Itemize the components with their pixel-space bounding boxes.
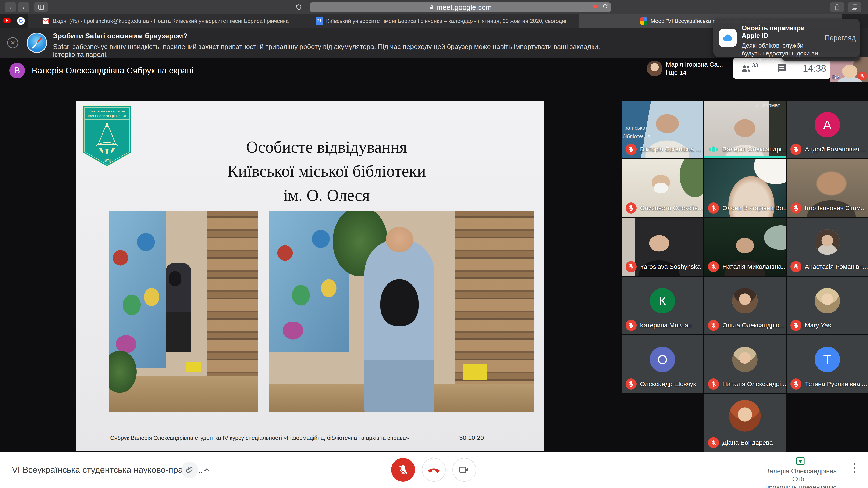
participant-tile[interactable]: Ольга Олександрів... <box>704 276 785 334</box>
photo-avatar <box>729 400 761 432</box>
meeting-name[interactable]: VI Всеукраїнська студентська науково-пра… <box>12 452 203 488</box>
participant-tile[interactable]: Єлизавета Олексіїв... <box>622 159 703 217</box>
participant-name: Yaroslava Soshynska <box>640 263 701 270</box>
video-overlay-text: раїнська <box>624 125 645 131</box>
slide-title: Особисте відвідування Київської міської … <box>76 135 544 207</box>
participant-tile[interactable]: Наталія Миколаївна... <box>704 218 785 275</box>
notification-title: Оновіть параметри Apple ID <box>742 24 820 40</box>
attachment-icon[interactable] <box>181 461 198 478</box>
icloud-icon <box>719 29 737 47</box>
gmail-icon <box>42 17 50 25</box>
more-options-icon[interactable] <box>854 463 856 475</box>
slide-photo-library-wide <box>109 211 258 412</box>
mic-muted-icon <box>790 144 802 155</box>
sidebar-icon[interactable] <box>34 2 48 12</box>
participant-tile[interactable]: Mary Yas <box>786 276 868 334</box>
letter-avatar: К <box>650 288 675 314</box>
participant-name: Діана Бондарева <box>722 439 773 446</box>
participant-name: Катерина Мовчан <box>640 322 692 329</box>
youtube-icon <box>3 16 11 26</box>
mic-muted-icon <box>626 144 637 155</box>
chevron-up-icon[interactable] <box>202 465 212 475</box>
participant-name: Олександр Шевчук <box>640 381 696 388</box>
participant-tile[interactable]: ТТетяна Русланівна ... <box>786 335 868 393</box>
participant-name: Тетяна Русланівна ... <box>805 381 867 388</box>
meet-bottom-bar: VI Всеукраїнська студентська науково-пра… <box>0 452 868 488</box>
participant-tile[interactable]: Анастасія Романівн... <box>786 218 868 275</box>
tab-calendar[interactable]: 31 Київський університет імені Бориса Гр… <box>303 14 579 28</box>
mic-muted-icon <box>790 320 802 331</box>
letter-avatar: А <box>815 112 840 137</box>
participant-tile[interactable]: ООлександр Шевчук <box>622 335 703 393</box>
mic-muted-icon <box>626 261 637 272</box>
participant-tile[interactable]: ККатерина Мовчан <box>622 276 703 334</box>
mic-muted-icon <box>626 320 637 331</box>
back-button[interactable]: ‹ <box>5 2 16 12</box>
participant-tile[interactable]: ААндрій Романович ... <box>786 101 868 158</box>
participant-pill[interactable]: Марія Ігорівна Са... і ще 14 <box>666 60 723 77</box>
participant-name: Андрій Романович ... <box>805 146 866 153</box>
tab-label: Вхідні (45) - t.polishchuk@kubg.edu.ua -… <box>53 18 289 24</box>
participant-name: Наталія Олександрі... <box>722 381 785 388</box>
photo-avatar <box>815 229 840 255</box>
participant-tile[interactable]: Yaroslava Soshynska <box>622 218 703 275</box>
tab-overview-icon[interactable] <box>848 2 861 12</box>
mic-muted-icon <box>708 320 719 331</box>
reload-icon[interactable] <box>602 3 609 11</box>
participant-name: Наталія Миколаївна... <box>722 263 785 270</box>
forward-button[interactable]: › <box>18 2 29 12</box>
meet-page: B Валерія Олександрівна Сябрук на екрані… <box>0 58 868 452</box>
photo-avatar <box>732 288 757 314</box>
share-icon[interactable] <box>830 2 844 12</box>
mic-muted-icon <box>708 437 719 448</box>
photo-avatar <box>815 288 840 314</box>
presented-slide: Київський університет імені Бориса Грінч… <box>76 101 544 451</box>
speaking-indicator-icon <box>708 144 719 155</box>
close-icon[interactable]: ✕ <box>7 37 18 48</box>
presenting-status: Валерія Олександрівна Сяб... проводить п… <box>755 467 846 488</box>
safari-toolbar: ‹ › meet.google.com <box>0 0 868 14</box>
participant-name: Вікторія Євгенівна ... <box>640 146 701 153</box>
mic-muted-icon <box>708 261 719 272</box>
lock-icon <box>429 3 434 11</box>
mic-muted-icon <box>626 379 637 390</box>
mic-muted-icon <box>790 379 802 390</box>
mic-muted-icon <box>790 261 802 272</box>
participant-name: Єлизавета Олексіїв... <box>640 204 703 212</box>
end-call-button[interactable] <box>422 458 446 482</box>
camera-button[interactable] <box>453 458 476 482</box>
selfview-label: Ви <box>832 74 839 80</box>
svg-text:Київський університет: Київський університет <box>89 109 125 113</box>
safari-icon <box>27 33 47 53</box>
pinned-tab-google[interactable]: G <box>14 14 28 28</box>
participant-tile[interactable]: раїнськабібліотечнаВікторія Євгенівна ..… <box>622 101 703 158</box>
pinned-tab-youtube[interactable] <box>0 14 14 28</box>
participant-name: Ольга Олександрів... <box>722 322 784 329</box>
letter-avatar: Т <box>815 347 840 372</box>
calendar-icon: 31 <box>315 17 323 25</box>
tab-gmail[interactable]: Вхідні (45) - t.polishchuk@kubg.edu.ua -… <box>28 14 303 28</box>
participant-tile[interactable]: Діана Бондарева <box>704 394 785 452</box>
apple-id-notification[interactable]: Оновіть параметри Apple ID Деякі обліков… <box>713 19 860 57</box>
mic-muted-icon <box>858 72 867 80</box>
participant-name: Ігор Іванович Стам... <box>805 204 866 212</box>
letter-avatar: О <box>650 347 675 372</box>
presenter-avatar: B <box>9 63 25 78</box>
meet-icon <box>640 17 648 25</box>
participant-tile[interactable]: Олена Вікторівна Во... <box>704 159 785 217</box>
participant-grid: раїнськабібліотечнаВікторія Євгенівна ..… <box>622 101 868 452</box>
mute-microphone-button[interactable] <box>391 458 415 482</box>
address-bar[interactable]: meet.google.com <box>310 2 611 12</box>
participant-tile[interactable]: и! ФорматВалерія Олександрі... <box>704 101 785 158</box>
banner-title: Зробити Safari основним браузером? <box>53 32 188 40</box>
privacy-shield-icon[interactable] <box>292 2 305 12</box>
participant-pill-avatar <box>647 61 662 76</box>
participant-tile[interactable]: Наталія Олександрі... <box>704 335 785 393</box>
participant-name: Олена Вікторівна Во... <box>722 204 785 212</box>
notification-action-button[interactable]: Перегляд <box>820 19 860 57</box>
notification-body: Деякі облікові служби будуть недоступні,… <box>742 42 820 65</box>
camera-active-icon <box>592 3 599 11</box>
participant-name: Анастасія Романівн... <box>805 263 868 270</box>
participant-tile[interactable]: Ігор Іванович Стам... <box>786 159 868 217</box>
selfview-thumbnail[interactable]: Ви <box>830 57 868 82</box>
